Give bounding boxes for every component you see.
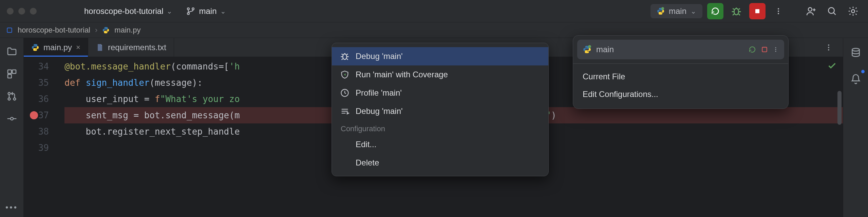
menu-item-profile[interactable]: Profile 'main' [332,84,548,102]
add-user-icon [806,6,816,17]
svg-point-20 [852,48,859,51]
kebab-icon[interactable] [773,45,779,54]
svg-point-30 [775,51,776,52]
tab-requirements[interactable]: requirements.txt [88,38,174,57]
bug-icon [731,6,742,17]
python-icon [583,45,591,54]
tab-label: requirements.txt [108,43,166,52]
run-context-menu: Debug 'main' Run 'main' with Coverage Pr… [332,43,549,176]
svg-point-18 [13,98,16,100]
svg-point-0 [188,8,190,10]
breadcrumb-file[interactable]: main.py [114,26,140,35]
menu-item-debug-alt[interactable]: Debug 'main' [332,102,548,120]
menu-label: Debug 'main' [356,106,403,116]
settings-button[interactable] [845,3,861,19]
menu-item-debug[interactable]: Debug 'main' [332,47,548,65]
svg-point-2 [192,8,194,10]
menu-label: Debug 'main' [356,52,403,61]
svg-point-26 [588,45,591,48]
svg-point-19 [11,117,13,120]
code-with-me-button[interactable] [803,3,819,19]
config-item-current-file[interactable]: Current File [573,68,788,85]
debug-button[interactable] [728,3,744,19]
more-actions-button[interactable] [770,3,787,19]
rerun-icon[interactable] [748,45,756,54]
stop-button[interactable] [749,3,766,19]
activity-bar: ••• [0,38,24,217]
rerun-button[interactable] [707,3,723,19]
menu-item-delete-config[interactable]: Delete [332,154,548,172]
menu-section-header: Configuration [332,120,548,135]
branch-selector[interactable]: main ⌄ [186,6,226,16]
menu-label: Run 'main' with Coverage [356,70,448,79]
kebab-icon [774,7,782,15]
svg-point-11 [851,9,854,13]
notifications-button[interactable] [848,71,864,87]
folder-icon [6,46,17,57]
stop-icon[interactable] [761,46,768,53]
scrollbar-thumb[interactable] [837,91,842,125]
line-number: 37 [38,110,49,120]
gear-icon [848,6,858,17]
close-window-icon[interactable] [7,8,14,15]
svg-point-7 [778,11,779,12]
structure-tool-button[interactable] [5,67,19,81]
svg-rect-27 [762,47,767,52]
menu-item-edit-config[interactable]: Edit... [332,135,548,154]
minimize-window-icon[interactable] [18,8,25,15]
search-icon [827,6,837,17]
breadcrumb-project[interactable]: horoscope-bot-tutorial [18,26,90,35]
rerun-icon [711,6,720,16]
line-gutter: 34 35 36 37 38 39 [24,57,58,217]
branch-icon [186,6,195,16]
line-number: 38 [24,123,58,140]
chevron-down-icon: ⌄ [220,7,226,15]
project-name: horoscope-bot-tutorial [84,6,163,16]
pull-request-icon [6,91,17,102]
svg-point-6 [778,8,779,9]
svg-point-29 [775,49,776,50]
run-config-selector[interactable]: main ⌄ [650,4,702,18]
line-number: 39 [24,140,58,156]
more-tools-button[interactable]: ••• [5,201,19,214]
svg-point-24 [343,54,347,59]
inspection-status-icon[interactable] [827,61,837,71]
close-tab-icon[interactable]: × [76,43,80,52]
tab-options-button[interactable] [820,39,837,56]
breakpoint-icon[interactable] [30,111,38,119]
branch-name: main [199,6,216,16]
menu-item-coverage[interactable]: Run 'main' with Coverage [332,65,548,84]
breadcrumb-separator: › [95,26,97,35]
svg-rect-12 [7,28,12,32]
maximize-window-icon[interactable] [30,8,37,15]
tab-main[interactable]: main.py × [24,38,88,57]
config-item-label: Current File [583,72,625,81]
vcs-tool-button[interactable] [5,90,19,103]
bug-icon [340,52,350,61]
database-tool-button[interactable] [848,45,864,61]
commit-tool-button[interactable] [5,112,19,125]
right-tool-bar [843,38,868,217]
run-config-popup: main Current File Edit Configurations... [573,35,789,109]
svg-point-4 [734,8,738,15]
svg-point-16 [8,93,10,95]
svg-point-23 [828,49,829,51]
config-item-edit[interactable]: Edit Configurations... [573,85,788,103]
structure-icon [6,68,17,79]
project-selector[interactable]: horoscope-bot-tutorial ⌄ [84,6,172,16]
shield-icon [340,70,350,79]
svg-rect-14 [12,70,16,74]
svg-point-3 [661,7,664,10]
svg-rect-13 [8,70,12,74]
search-button[interactable] [824,3,840,19]
kebab-icon [825,43,833,52]
svg-point-22 [828,47,829,48]
project-tool-button[interactable] [5,45,19,58]
titlebar-actions: main ⌄ [650,3,861,19]
line-number-row: 37 [24,107,58,123]
config-row-main[interactable]: main [577,40,784,59]
menu-label: Edit... [356,140,376,149]
notification-dot-icon [861,70,865,73]
svg-point-21 [828,44,829,46]
config-name: main [596,45,614,54]
